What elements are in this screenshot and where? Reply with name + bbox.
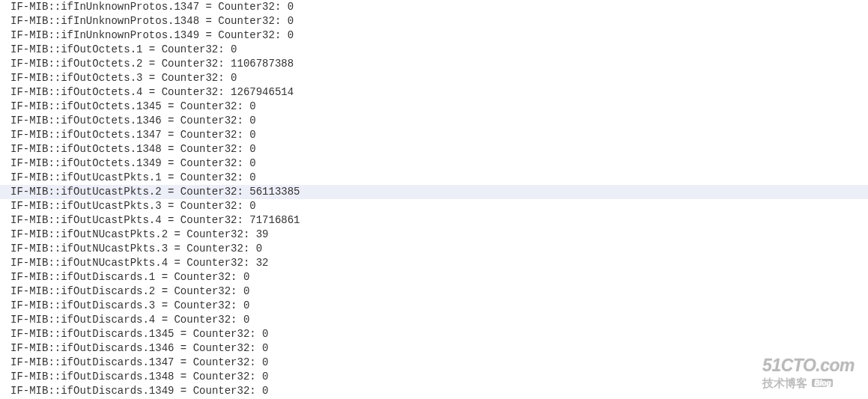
mib-prefix: IF-MIB::: [10, 15, 61, 27]
counter-value: 0: [249, 115, 255, 127]
mib-prefix: IF-MIB::: [10, 356, 61, 368]
counter-type: Counter32:: [186, 243, 249, 255]
snmp-output-line: IF-MIB::ifOutUcastPkts.4 = Counter32: 71…: [10, 213, 868, 228]
equals-separator: =: [162, 115, 180, 127]
counter-value: 0: [249, 100, 255, 112]
counter-type: Counter32:: [180, 186, 243, 198]
equals-separator: =: [162, 129, 180, 141]
mib-prefix: IF-MIB::: [10, 43, 61, 55]
mib-prefix: IF-MIB::: [10, 157, 61, 169]
counter-type: Counter32:: [218, 15, 281, 27]
counter-type: Counter32:: [180, 214, 243, 226]
counter-value: 0: [262, 371, 268, 383]
terminal-output[interactable]: IF-MIB::ifInUnknownProtos.1347 = Counter…: [0, 0, 868, 398]
snmp-output-line: IF-MIB::ifOutOctets.1346 = Counter32: 0: [10, 114, 868, 128]
equals-separator: =: [142, 58, 161, 70]
mib-prefix: IF-MIB::: [10, 257, 61, 269]
counter-value: 1267946514: [231, 86, 294, 98]
counter-value: 0: [249, 129, 255, 141]
mib-prefix: IF-MIB::: [10, 129, 61, 141]
oid-name: ifOutDiscards.1: [61, 271, 155, 283]
mib-prefix: IF-MIB::: [10, 200, 61, 212]
counter-type: Counter32:: [186, 257, 249, 269]
mib-prefix: IF-MIB::: [10, 371, 61, 383]
counter-value: 0: [249, 200, 255, 212]
counter-type: Counter32:: [174, 271, 237, 283]
equals-separator: =: [199, 15, 218, 27]
counter-type: Counter32:: [180, 143, 243, 155]
mib-prefix: IF-MIB::: [10, 314, 61, 326]
mib-prefix: IF-MIB::: [10, 115, 61, 127]
oid-name: ifOutDiscards.3: [61, 299, 155, 311]
counter-value: 71716861: [249, 214, 300, 226]
counter-type: Counter32:: [186, 228, 249, 240]
equals-separator: =: [174, 371, 192, 383]
mib-prefix: IF-MIB::: [10, 243, 61, 255]
counter-value: 0: [262, 342, 268, 354]
mib-prefix: IF-MIB::: [10, 29, 61, 41]
equals-separator: =: [155, 299, 174, 311]
counter-value: 39: [256, 228, 269, 240]
counter-value: 0: [243, 271, 249, 283]
oid-name: ifOutDiscards.2: [61, 285, 155, 297]
snmp-output-line: IF-MIB::ifOutOctets.1349 = Counter32: 0: [10, 156, 868, 171]
equals-separator: =: [162, 200, 180, 212]
oid-name: ifOutOctets.1345: [61, 100, 161, 112]
snmp-output-line: IF-MIB::ifOutNUcastPkts.4 = Counter32: 3…: [10, 256, 868, 270]
mib-prefix: IF-MIB::: [10, 86, 61, 98]
mib-prefix: IF-MIB::: [10, 385, 61, 397]
snmp-output-line: IF-MIB::ifOutOctets.3 = Counter32: 0: [10, 71, 868, 85]
oid-name: ifOutOctets.1347: [61, 129, 161, 141]
equals-separator: =: [168, 243, 186, 255]
equals-separator: =: [162, 143, 180, 155]
equals-separator: =: [142, 72, 161, 84]
equals-separator: =: [162, 100, 180, 112]
oid-name: ifInUnknownProtos.1347: [61, 1, 199, 13]
oid-name: ifOutNUcastPkts.3: [61, 243, 168, 255]
equals-separator: =: [155, 285, 174, 297]
snmp-output-line: IF-MIB::ifOutDiscards.1348 = Counter32: …: [10, 370, 868, 384]
counter-type: Counter32:: [193, 342, 256, 354]
equals-separator: =: [174, 356, 192, 368]
mib-prefix: IF-MIB::: [10, 72, 61, 84]
counter-value: 0: [288, 1, 294, 13]
counter-type: Counter32:: [162, 58, 225, 70]
oid-name: ifOutOctets.1346: [61, 115, 161, 127]
mib-prefix: IF-MIB::: [10, 285, 61, 297]
mib-prefix: IF-MIB::: [10, 58, 61, 70]
oid-name: ifOutDiscards.1345: [61, 328, 174, 340]
oid-name: ifOutDiscards.1346: [61, 342, 174, 354]
mib-prefix: IF-MIB::: [10, 299, 61, 311]
equals-separator: =: [155, 271, 174, 283]
snmp-output-line: IF-MIB::ifOutOctets.4 = Counter32: 12679…: [10, 85, 868, 100]
equals-separator: =: [174, 342, 192, 354]
counter-value: 0: [243, 285, 249, 297]
counter-type: Counter32:: [180, 129, 243, 141]
mib-prefix: IF-MIB::: [10, 228, 61, 240]
oid-name: ifOutDiscards.4: [61, 314, 155, 326]
equals-separator: =: [162, 171, 180, 183]
counter-value: 0: [249, 143, 255, 155]
oid-name: ifOutUcastPkts.3: [61, 200, 161, 212]
counter-type: Counter32:: [174, 314, 237, 326]
counter-type: Counter32:: [174, 299, 237, 311]
oid-name: ifOutOctets.1: [61, 43, 142, 55]
counter-value: 0: [256, 243, 262, 255]
counter-type: Counter32:: [193, 328, 256, 340]
counter-value: 0: [262, 328, 268, 340]
snmp-output-line: IF-MIB::ifOutDiscards.3 = Counter32: 0: [10, 299, 868, 313]
equals-separator: =: [162, 186, 180, 198]
counter-type: Counter32:: [193, 385, 256, 397]
snmp-output-line: IF-MIB::ifOutOctets.1348 = Counter32: 0: [10, 142, 868, 156]
snmp-output-line: IF-MIB::ifOutDiscards.1349 = Counter32: …: [10, 384, 868, 398]
equals-separator: =: [168, 257, 186, 269]
oid-name: ifOutUcastPkts.2: [61, 186, 161, 198]
counter-value: 0: [231, 72, 237, 84]
equals-separator: =: [162, 157, 180, 169]
oid-name: ifInUnknownProtos.1348: [61, 15, 199, 27]
oid-name: ifOutNUcastPkts.2: [61, 228, 168, 240]
counter-value: 32: [256, 257, 269, 269]
counter-type: Counter32:: [193, 356, 256, 368]
counter-value: 0: [249, 171, 255, 183]
mib-prefix: IF-MIB::: [10, 328, 61, 340]
